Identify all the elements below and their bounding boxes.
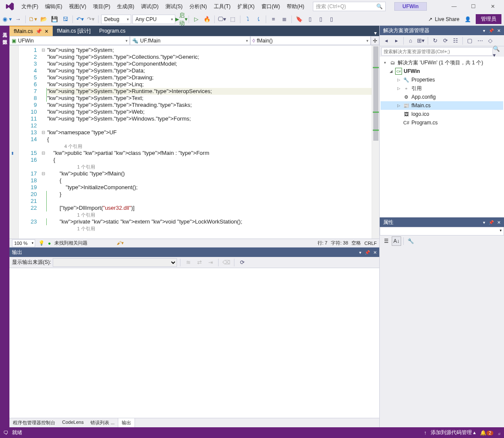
tree-item[interactable]: 🖼logo.ico [381, 110, 503, 118]
tab-output[interactable]: 输出 [118, 418, 135, 427]
panel-close-icon[interactable]: ✕ [373, 250, 377, 255]
solution-search-input[interactable] [381, 47, 493, 56]
properties-object-combo[interactable] [380, 227, 504, 236]
scm-button[interactable]: 添加到源代码管理 ▴ [431, 429, 476, 436]
goto-icon[interactable]: ⇥ [206, 258, 215, 267]
uncomment-icon[interactable]: ▯ [316, 15, 325, 24]
redo-icon[interactable]: ↷▾ [86, 15, 96, 24]
undo-icon[interactable]: ↶▾ [75, 15, 85, 24]
eol-indicator[interactable]: CRLF [364, 241, 377, 246]
clear-all-icon[interactable]: ⌫ [222, 258, 231, 267]
indent-less-icon[interactable]: ≡ [269, 15, 278, 24]
task-list-icon[interactable]: ▯ [327, 15, 336, 24]
collapse-icon[interactable]: ☷ [451, 36, 460, 45]
ins-indicator[interactable]: 空格 [351, 240, 361, 246]
panel-dropdown-icon[interactable]: ▾ [359, 250, 361, 255]
line-indicator[interactable]: 行: 7 [318, 240, 327, 246]
preview-icon[interactable]: ◇ [486, 36, 495, 45]
tab-fmain-designer[interactable]: fMain.cs [设计] [53, 26, 95, 36]
panel-pin-icon[interactable]: 📌 [365, 250, 370, 255]
step-over-icon[interactable]: ⤹ [254, 15, 263, 24]
tree-item[interactable]: ▷▫引用 [381, 84, 503, 93]
tab-error-list[interactable]: 错误列表 ... [87, 418, 118, 427]
categorized-icon[interactable]: ☰ [381, 236, 391, 246]
start-debug-button[interactable]: ▶ 启动 ▾ [177, 15, 186, 24]
menu-extensions[interactable]: 扩展(X) [234, 1, 258, 12]
new-project-icon[interactable]: 🗋▾ [28, 15, 38, 24]
panel-pin-icon[interactable]: 📌 [489, 220, 494, 225]
zoom-combo[interactable]: 100 % [12, 239, 35, 247]
notifications-icon[interactable]: 🔔2 [480, 430, 493, 436]
menu-test[interactable]: 测试(S) [162, 1, 186, 12]
window-maximize[interactable]: ☐ [464, 0, 483, 12]
cleaning-icon[interactable]: 🖌▾ [117, 240, 124, 246]
pin-icon[interactable]: 📌 [36, 28, 42, 34]
tree-item[interactable]: ▷📰fMain.cs [381, 101, 503, 110]
tab-overflow-icon[interactable]: ▾ [372, 30, 379, 36]
auto-scroll-icon[interactable]: ⟳ [237, 258, 247, 267]
nav-back-icon[interactable]: ◉ ▾ [3, 15, 12, 24]
config-combo[interactable]: Debug [101, 15, 131, 24]
menu-window[interactable]: 窗口(W) [258, 1, 283, 12]
step-into-icon[interactable]: ⤵ [243, 15, 252, 24]
window-minimize[interactable]: — [444, 0, 464, 12]
solution-tree[interactable]: ▾🗂解决方案 'UFWin' (1 个项目，共 1 个) ◢C#UFWin ▷🔧… [380, 57, 504, 217]
panel-close-icon[interactable]: ✕ [497, 28, 501, 33]
indent-more-icon[interactable]: ≣ [279, 15, 289, 24]
comment-icon[interactable]: ▯ [305, 15, 315, 24]
resize-grip-icon[interactable]: ⟓ [498, 430, 501, 436]
lightbulb-icon[interactable]: 💡 [39, 240, 45, 246]
nav-project-combo[interactable]: ▣UFWin [9, 36, 130, 45]
tree-item[interactable]: C#Program.cs [381, 118, 503, 127]
property-pages-icon[interactable]: 🔧 [406, 236, 415, 246]
vertical-scrollbar[interactable] [372, 45, 379, 239]
tab-pkg-console[interactable]: 程序包管理器控制台 [9, 418, 59, 427]
solution-node[interactable]: ▾🗂解决方案 'UFWin' (1 个项目，共 1 个) [381, 58, 503, 67]
back-icon[interactable]: ◂ [381, 36, 391, 45]
pending-changes-icon[interactable]: ⊞▾ [416, 36, 426, 45]
tab-fmain-cs[interactable]: fMain.cs 📌 ✕ [9, 26, 53, 36]
solution-explorer-header[interactable]: 解决方案资源管理器 ▾ 📌 ✕ [380, 26, 504, 35]
admin-badge[interactable]: 管理员 [476, 14, 501, 24]
output-header[interactable]: 输出 ▾ 📌 ✕ [9, 248, 379, 257]
nav-member-combo[interactable]: ◊fMain() [250, 36, 371, 45]
save-icon[interactable]: 💾 [50, 15, 59, 24]
open-file-icon[interactable]: 📂 [39, 15, 48, 24]
tree-item[interactable]: ▷🔧Properties [381, 76, 503, 84]
menu-edit[interactable]: 编辑(E) [42, 1, 66, 12]
close-icon[interactable]: ✕ [45, 29, 48, 34]
menu-debug[interactable]: 调试(D) [138, 1, 162, 12]
panel-pin-icon[interactable]: 📌 [489, 28, 494, 33]
col-indicator[interactable]: 字符: 38 [331, 240, 348, 246]
tree-item[interactable]: ⚙App.config [381, 93, 503, 101]
properties-header[interactable]: 属性 ▾ 📌 ✕ [380, 217, 504, 227]
search-go-icon[interactable]: 🔍▾ [493, 47, 502, 57]
refresh-icon[interactable]: ⟳ [441, 36, 450, 45]
home-icon[interactable]: ⌂ [406, 36, 415, 45]
panel-dropdown-icon[interactable]: ▾ [483, 220, 485, 225]
project-node[interactable]: ◢C#UFWin [381, 67, 503, 76]
platform-combo[interactable]: Any CPU [132, 15, 175, 24]
code-text[interactable]: "kw">using "type">System;"kw">using "typ… [46, 45, 372, 239]
forward-icon[interactable]: ▸ [392, 36, 401, 45]
datasource-tab[interactable]: 数据源 [1, 34, 9, 38]
toolbox-tab[interactable]: 工具箱 [1, 27, 9, 31]
menu-project[interactable]: 项目(P) [90, 1, 114, 12]
menu-help[interactable]: 帮助(H) [283, 1, 308, 12]
reference-indicator-icon[interactable]: ⬍ [11, 151, 14, 156]
browser-link-icon[interactable]: 🖵▾ [217, 15, 227, 24]
output-source-combo[interactable] [53, 258, 177, 267]
clear-output-icon[interactable]: ≋ [183, 258, 193, 267]
live-share-button[interactable]: ↗ Live Share 👤 [425, 16, 474, 22]
outlining-margin[interactable]: ⊟ ⊟ ⊟ ⊟ [40, 45, 46, 239]
project-name-badge[interactable]: UFWin [394, 2, 427, 11]
panel-dropdown-icon[interactable]: ▾ [483, 28, 485, 33]
hot-reload-icon[interactable]: 🔥 [202, 15, 212, 24]
panel-close-icon[interactable]: ✕ [497, 220, 501, 225]
sync-icon[interactable]: ↻ [430, 36, 440, 45]
code-editor[interactable]: ⬍ 1234567891011121314 1516 171819202122 … [9, 45, 379, 239]
menu-view[interactable]: 视图(V) [66, 1, 90, 12]
tab-codelens[interactable]: CodeLens [59, 418, 87, 427]
properties-grid[interactable] [380, 247, 504, 427]
show-all-icon[interactable]: ▢ [465, 36, 474, 45]
